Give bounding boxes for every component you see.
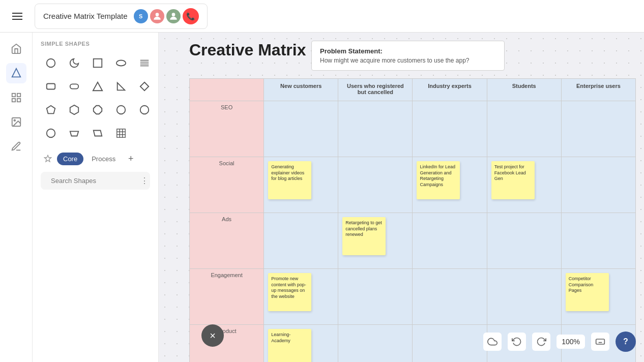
shape-octagon[interactable] (87, 100, 108, 120)
sidebar-shapes-icon[interactable] (6, 63, 26, 83)
matrix-cell[interactable]: Promote new content with pop-up messages… (264, 269, 338, 325)
matrix-cell[interactable] (338, 269, 413, 325)
matrix-header-enterprise: Enterprise users (561, 79, 635, 101)
matrix-cell[interactable]: Competitor Comparison Pages (561, 269, 635, 325)
matrix-header-cancelled: Users who registeredbut cancelled (338, 79, 413, 101)
sticky-note[interactable]: LinkedIn for Lead Generation and Retarge… (417, 161, 460, 199)
svg-marker-17 (93, 82, 102, 91)
svg-marker-27 (94, 131, 102, 136)
shapes-grid (41, 53, 150, 143)
svg-rect-4 (12, 99, 15, 102)
svg-point-7 (14, 119, 15, 121)
matrix-cell[interactable] (338, 101, 413, 157)
undo-button[interactable] (508, 333, 526, 351)
row-header-ads: Ads (190, 213, 264, 269)
shape-table[interactable] (111, 123, 131, 143)
matrix-header-students: Students (487, 79, 561, 101)
matrix-cell[interactable] (264, 213, 338, 269)
tab-add-button[interactable]: + (124, 152, 138, 166)
shape-triangle[interactable] (87, 76, 108, 97)
matrix-cell[interactable] (487, 269, 561, 325)
keyboard-shortcut-button[interactable] (591, 333, 609, 351)
matrix-cell[interactable] (264, 101, 338, 157)
avatar-user2 (166, 9, 181, 23)
hamburger-icon (12, 13, 22, 20)
matrix-cell[interactable] (413, 213, 487, 269)
matrix-table-container: New customers Users who registeredbut ca… (189, 78, 636, 362)
shapes-tabs: Core Process + (41, 149, 150, 166)
bottom-controls: 100% ? (483, 331, 636, 352)
matrix-cell[interactable]: Generating explainer videos for blog art… (264, 157, 338, 213)
matrix-cell[interactable] (338, 157, 413, 213)
call-button[interactable]: 📞 (183, 8, 199, 24)
matrix-cell[interactable]: LinkedIn for Lead Generation and Retarge… (413, 157, 487, 213)
avatar-s: S (134, 9, 148, 23)
redo-button[interactable] (532, 333, 550, 351)
matrix-cell[interactable] (487, 101, 561, 157)
search-more-button[interactable]: ⋮ (140, 176, 149, 186)
sidebar-draw-icon[interactable] (6, 136, 26, 157)
table-row: Social Generating explainer videos for b… (190, 157, 636, 213)
table-row: Ads Retargeting to get cancelled plans r… (190, 213, 636, 269)
matrix-cell[interactable] (561, 213, 635, 269)
sticky-note[interactable]: Learning-Academy (268, 329, 311, 362)
shapes-star-icon[interactable] (41, 152, 55, 166)
shape-pentagon[interactable] (41, 100, 61, 120)
shape-circle4[interactable] (41, 123, 61, 143)
matrix-header-industry: Industry experts (413, 79, 487, 101)
sticky-note[interactable]: Test project for Facebook Lead Gen (491, 161, 535, 199)
sidebar-home-icon[interactable] (6, 39, 26, 59)
matrix-cell[interactable]: Test project for Facebook Lead Gen (487, 157, 561, 213)
matrix-cell[interactable]: Retargeting to get cancelled plans renew… (338, 213, 413, 269)
shape-rounded-rect[interactable] (41, 76, 61, 97)
sticky-note[interactable]: Promote new content with pop-up messages… (268, 273, 311, 311)
menu-button[interactable] (8, 7, 26, 25)
search-input[interactable] (51, 177, 136, 185)
shape-lines[interactable] (134, 53, 155, 73)
matrix-header-empty (190, 79, 264, 101)
matrix-cell[interactable] (561, 157, 635, 213)
shape-square[interactable] (87, 53, 108, 73)
matrix-title-area: Creative Matrix (189, 41, 306, 68)
matrix-cell[interactable] (413, 269, 487, 325)
matrix-title: Creative Matrix (189, 41, 306, 59)
shape-circle[interactable] (41, 53, 61, 73)
cloud-save-button[interactable] (483, 333, 502, 351)
shape-circle3[interactable] (134, 100, 155, 120)
canvas[interactable]: Creative Matrix Problem Statement: How m… (159, 33, 644, 362)
shape-crescent[interactable] (64, 53, 84, 73)
sidebar-image-icon[interactable] (6, 112, 26, 132)
matrix-cell[interactable] (561, 101, 635, 157)
shape-diamond[interactable] (134, 76, 155, 97)
sticky-note[interactable]: Competitor Comparison Pages (566, 273, 609, 311)
svg-point-25 (47, 129, 55, 138)
svg-marker-22 (94, 106, 102, 114)
matrix-cell[interactable] (338, 325, 413, 363)
shape-oval[interactable] (111, 53, 131, 73)
shape-circle2[interactable] (111, 100, 131, 120)
matrix-cell[interactable]: Learning-Academy (264, 325, 338, 363)
sticky-note[interactable]: Generating explainer videos for blog art… (268, 161, 311, 199)
tab-core[interactable]: Core (57, 153, 83, 165)
matrix-cell[interactable] (413, 325, 487, 363)
svg-rect-2 (12, 94, 15, 97)
svg-rect-15 (47, 84, 55, 89)
sidebar-frame-icon[interactable] (6, 87, 26, 108)
svg-rect-5 (17, 99, 20, 102)
shape-hexagon[interactable] (64, 100, 84, 120)
row-header-engagement: Engagement (190, 269, 264, 325)
shape-rounded-rect2[interactable] (64, 76, 84, 97)
matrix-cell[interactable] (413, 101, 487, 157)
zoom-level: 100% (557, 335, 585, 349)
sticky-note[interactable]: Retargeting to get cancelled plans renew… (342, 217, 386, 255)
matrix-cell[interactable] (487, 213, 561, 269)
svg-marker-20 (47, 106, 55, 114)
fab-close-button[interactable]: × (201, 324, 224, 347)
help-button[interactable]: ? (616, 331, 636, 352)
shape-parallelogram[interactable] (87, 123, 108, 143)
document-title: Creative Matrix Template (43, 12, 128, 20)
shape-right-triangle[interactable] (111, 76, 131, 97)
shape-trapezoid[interactable] (64, 123, 84, 143)
matrix-table: New customers Users who registeredbut ca… (189, 78, 636, 362)
tab-process[interactable]: Process (85, 153, 122, 165)
